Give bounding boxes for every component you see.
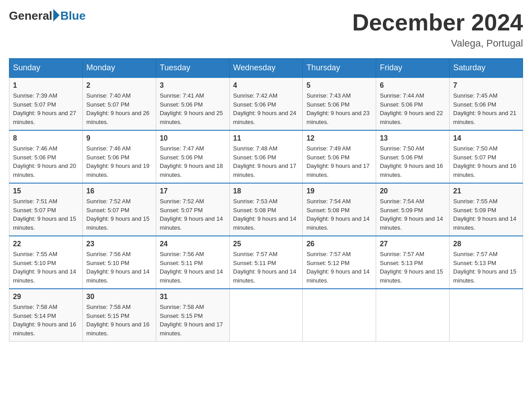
day-number: 2 (86, 81, 152, 90)
day-number: 1 (13, 81, 79, 90)
calendar-day-cell: 22Sunrise: 7:55 AMSunset: 5:10 PMDayligh… (9, 236, 83, 289)
day-number: 7 (453, 81, 519, 90)
calendar-day-cell (450, 289, 523, 342)
calendar-day-cell: 26Sunrise: 7:57 AMSunset: 5:12 PMDayligh… (303, 236, 376, 289)
calendar-day-cell: 24Sunrise: 7:56 AMSunset: 5:11 PMDayligh… (156, 236, 229, 289)
logo-blue-text: Blue (60, 9, 86, 23)
page-header: General Blue December 2024 Valega, Portu… (9, 9, 523, 49)
calendar-day-cell: 23Sunrise: 7:56 AMSunset: 5:10 PMDayligh… (82, 236, 156, 289)
day-info: Sunrise: 7:57 AMSunset: 5:13 PMDaylight:… (453, 250, 519, 285)
header-saturday: Saturday (450, 59, 523, 78)
logo: General Blue (9, 9, 86, 23)
day-number: 13 (380, 134, 446, 142)
header-wednesday: Wednesday (229, 59, 303, 78)
day-info: Sunrise: 7:50 AMSunset: 5:06 PMDaylight:… (380, 144, 446, 179)
calendar-day-cell: 28Sunrise: 7:57 AMSunset: 5:13 PMDayligh… (450, 236, 523, 289)
day-info: Sunrise: 7:46 AMSunset: 5:06 PMDaylight:… (86, 144, 152, 179)
calendar-day-cell: 12Sunrise: 7:49 AMSunset: 5:06 PMDayligh… (303, 130, 376, 183)
day-number: 27 (380, 240, 446, 248)
day-number: 10 (160, 134, 226, 142)
day-number: 3 (160, 81, 226, 90)
day-info: Sunrise: 7:45 AMSunset: 5:06 PMDaylight:… (453, 91, 519, 126)
day-number: 25 (233, 240, 299, 248)
calendar-day-cell: 10Sunrise: 7:47 AMSunset: 5:06 PMDayligh… (156, 130, 229, 183)
day-info: Sunrise: 7:52 AMSunset: 5:07 PMDaylight:… (86, 197, 152, 232)
day-info: Sunrise: 7:53 AMSunset: 5:08 PMDaylight:… (233, 197, 299, 232)
day-info: Sunrise: 7:51 AMSunset: 5:07 PMDaylight:… (13, 197, 79, 232)
calendar-table: Sunday Monday Tuesday Wednesday Thursday… (9, 58, 523, 342)
day-info: Sunrise: 7:40 AMSunset: 5:07 PMDaylight:… (86, 91, 152, 126)
header-thursday: Thursday (303, 59, 376, 78)
calendar-day-cell: 15Sunrise: 7:51 AMSunset: 5:07 PMDayligh… (9, 183, 83, 236)
day-info: Sunrise: 7:58 AMSunset: 5:15 PMDaylight:… (160, 303, 226, 338)
header-monday: Monday (82, 59, 156, 78)
calendar-day-cell: 25Sunrise: 7:57 AMSunset: 5:11 PMDayligh… (229, 236, 303, 289)
day-number: 12 (306, 134, 372, 142)
day-info: Sunrise: 7:39 AMSunset: 5:07 PMDaylight:… (13, 91, 79, 126)
calendar-day-cell: 29Sunrise: 7:58 AMSunset: 5:14 PMDayligh… (9, 289, 83, 342)
day-info: Sunrise: 7:49 AMSunset: 5:06 PMDaylight:… (306, 144, 372, 179)
day-info: Sunrise: 7:54 AMSunset: 5:08 PMDaylight:… (306, 197, 372, 232)
day-number: 24 (160, 240, 226, 248)
title-section: December 2024 Valega, Portugal (352, 9, 523, 49)
day-info: Sunrise: 7:48 AMSunset: 5:06 PMDaylight:… (233, 144, 299, 179)
calendar-day-cell: 31Sunrise: 7:58 AMSunset: 5:15 PMDayligh… (156, 289, 229, 342)
location-text: Valega, Portugal (352, 38, 523, 49)
calendar-day-cell: 19Sunrise: 7:54 AMSunset: 5:08 PMDayligh… (303, 183, 376, 236)
day-info: Sunrise: 7:47 AMSunset: 5:06 PMDaylight:… (160, 144, 226, 179)
calendar-week-row-2: 8Sunrise: 7:46 AMSunset: 5:06 PMDaylight… (9, 130, 523, 183)
calendar-week-row-5: 29Sunrise: 7:58 AMSunset: 5:14 PMDayligh… (9, 289, 523, 342)
calendar-day-cell: 14Sunrise: 7:50 AMSunset: 5:07 PMDayligh… (450, 130, 523, 183)
calendar-day-cell: 2Sunrise: 7:40 AMSunset: 5:07 PMDaylight… (82, 77, 156, 130)
header-tuesday: Tuesday (156, 59, 229, 78)
day-number: 15 (13, 187, 79, 195)
header-sunday: Sunday (9, 59, 83, 78)
day-number: 22 (13, 240, 79, 248)
calendar-day-cell: 16Sunrise: 7:52 AMSunset: 5:07 PMDayligh… (82, 183, 156, 236)
day-info: Sunrise: 7:56 AMSunset: 5:11 PMDaylight:… (160, 250, 226, 285)
day-number: 6 (380, 81, 446, 90)
calendar-day-cell: 20Sunrise: 7:54 AMSunset: 5:09 PMDayligh… (376, 183, 450, 236)
day-number: 31 (160, 293, 226, 301)
day-number: 29 (13, 293, 79, 301)
day-number: 11 (233, 134, 299, 142)
header-friday: Friday (376, 59, 450, 78)
day-info: Sunrise: 7:55 AMSunset: 5:10 PMDaylight:… (13, 250, 79, 285)
calendar-day-cell: 30Sunrise: 7:58 AMSunset: 5:15 PMDayligh… (82, 289, 156, 342)
calendar-day-cell: 27Sunrise: 7:57 AMSunset: 5:13 PMDayligh… (376, 236, 450, 289)
day-number: 14 (453, 134, 519, 142)
calendar-day-cell (303, 289, 376, 342)
day-number: 9 (86, 134, 152, 142)
calendar-day-cell: 11Sunrise: 7:48 AMSunset: 5:06 PMDayligh… (229, 130, 303, 183)
day-number: 19 (306, 187, 372, 195)
day-number: 30 (86, 293, 152, 301)
calendar-day-cell: 21Sunrise: 7:55 AMSunset: 5:09 PMDayligh… (450, 183, 523, 236)
day-info: Sunrise: 7:52 AMSunset: 5:07 PMDaylight:… (160, 197, 226, 232)
day-number: 18 (233, 187, 299, 195)
day-info: Sunrise: 7:57 AMSunset: 5:12 PMDaylight:… (306, 250, 372, 285)
day-number: 5 (306, 81, 372, 90)
day-number: 17 (160, 187, 226, 195)
day-info: Sunrise: 7:54 AMSunset: 5:09 PMDaylight:… (380, 197, 446, 232)
calendar-day-cell: 5Sunrise: 7:43 AMSunset: 5:06 PMDaylight… (303, 77, 376, 130)
day-info: Sunrise: 7:58 AMSunset: 5:15 PMDaylight:… (86, 303, 152, 338)
day-info: Sunrise: 7:57 AMSunset: 5:13 PMDaylight:… (380, 250, 446, 285)
day-number: 23 (86, 240, 152, 248)
day-info: Sunrise: 7:57 AMSunset: 5:11 PMDaylight:… (233, 250, 299, 285)
logo-arrow-icon (53, 9, 60, 21)
day-number: 20 (380, 187, 446, 195)
calendar-week-row-1: 1Sunrise: 7:39 AMSunset: 5:07 PMDaylight… (9, 77, 523, 130)
calendar-day-cell: 3Sunrise: 7:41 AMSunset: 5:06 PMDaylight… (156, 77, 229, 130)
calendar-week-row-3: 15Sunrise: 7:51 AMSunset: 5:07 PMDayligh… (9, 183, 523, 236)
day-info: Sunrise: 7:56 AMSunset: 5:10 PMDaylight:… (86, 250, 152, 285)
calendar-day-cell: 9Sunrise: 7:46 AMSunset: 5:06 PMDaylight… (82, 130, 156, 183)
day-info: Sunrise: 7:41 AMSunset: 5:06 PMDaylight:… (160, 91, 226, 126)
day-number: 26 (306, 240, 372, 248)
day-info: Sunrise: 7:44 AMSunset: 5:06 PMDaylight:… (380, 91, 446, 126)
calendar-day-cell: 13Sunrise: 7:50 AMSunset: 5:06 PMDayligh… (376, 130, 450, 183)
day-info: Sunrise: 7:50 AMSunset: 5:07 PMDaylight:… (453, 144, 519, 179)
day-info: Sunrise: 7:58 AMSunset: 5:14 PMDaylight:… (13, 303, 79, 338)
month-title: December 2024 (352, 9, 523, 36)
day-info: Sunrise: 7:46 AMSunset: 5:06 PMDaylight:… (13, 144, 79, 179)
day-info: Sunrise: 7:42 AMSunset: 5:06 PMDaylight:… (233, 91, 299, 126)
